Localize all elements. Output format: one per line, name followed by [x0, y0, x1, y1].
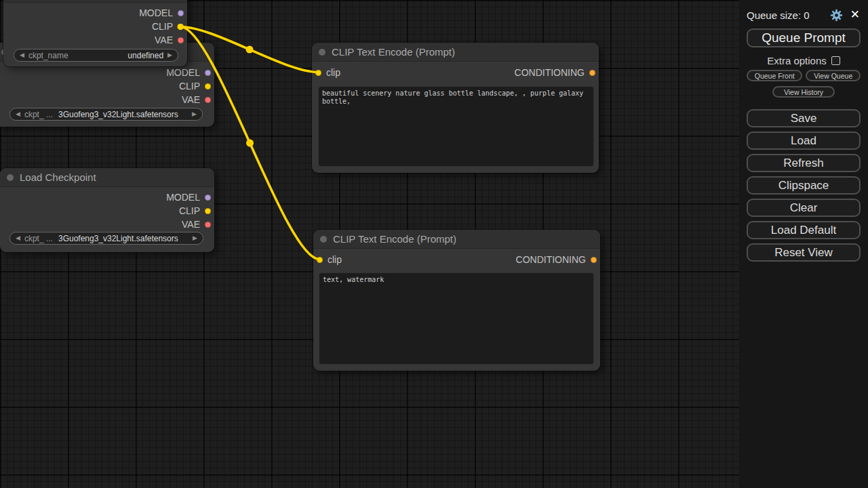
settings-gear-icon[interactable] — [830, 8, 844, 22]
node-clip-text-encode-negative[interactable]: CLIP Text Encode (Prompt) clip CONDITION… — [313, 230, 600, 371]
clipspace-button[interactable]: Clipspace — [747, 176, 861, 195]
node-load-checkpoint-partial[interactable]: MODEL CLIP VAE ◀ ckpt_name undefined ▶ — [3, 0, 187, 66]
clip-output-dot[interactable] — [205, 208, 211, 214]
extra-options-checkbox[interactable] — [831, 56, 840, 65]
ckpt-name-widget[interactable]: ◀ ckpt_ ... 3Guofeng3_v32Light.safetenso… — [9, 108, 203, 121]
widget-value: undefined — [73, 51, 163, 60]
vae-output-dot[interactable] — [178, 37, 184, 43]
output-slot-vae: VAE — [3, 33, 187, 47]
node-title: Load Checkpoint — [20, 171, 96, 183]
output-label: MODEL — [166, 192, 200, 203]
output-label: CONDITIONING — [515, 67, 585, 78]
model-output-dot[interactable] — [205, 195, 211, 201]
node-title-bar[interactable]: Load Checkpoint — [0, 168, 214, 187]
view-history-button[interactable]: View History — [772, 86, 835, 98]
queue-front-button[interactable]: Queue Front — [747, 70, 802, 81]
output-label: CLIP — [152, 21, 173, 32]
output-slot-model: MODEL — [0, 190, 214, 204]
ckpt-name-widget[interactable]: ◀ ckpt_name undefined ▶ — [14, 49, 178, 62]
slot-row: clip CONDITIONING — [312, 66, 599, 79]
conditioning-output-dot[interactable] — [589, 70, 595, 76]
view-queue-button[interactable]: View Queue — [806, 70, 861, 81]
vae-output-dot[interactable] — [205, 97, 211, 103]
vae-output-dot[interactable] — [205, 222, 211, 228]
model-output-dot[interactable] — [205, 70, 211, 76]
node-title-bar[interactable] — [3, 0, 187, 3]
ckpt-name-widget[interactable]: ◀ ckpt_ ... 3Guofeng3_v32Light.safetenso… — [9, 232, 203, 245]
node-status-dot — [7, 174, 14, 181]
load-button[interactable]: Load — [747, 131, 861, 150]
output-label: MODEL — [166, 67, 200, 78]
queue-prompt-button[interactable]: Queue Prompt — [747, 28, 861, 47]
node-title: CLIP Text Encode (Prompt) — [333, 233, 456, 245]
clear-button[interactable]: Clear — [747, 199, 861, 217]
extra-options-label: Extra options — [767, 55, 827, 66]
output-label: CLIP — [179, 81, 200, 92]
close-icon[interactable]: ✕ — [850, 8, 861, 22]
output-slot-vae: VAE — [0, 218, 214, 231]
output-slot-clip: CLIP — [0, 79, 214, 93]
prev-arrow-icon[interactable]: ◀ — [16, 232, 20, 245]
output-slot-vae: VAE — [0, 93, 214, 106]
queue-size-label: Queue size: 0 — [747, 9, 810, 21]
refresh-button[interactable]: Refresh — [747, 154, 861, 172]
output-label: VAE — [155, 35, 173, 45]
node-status-dot — [319, 49, 326, 56]
output-label: CONDITIONING — [516, 254, 586, 265]
node-title-bar[interactable]: CLIP Text Encode (Prompt) — [313, 230, 600, 249]
output-label: VAE — [182, 219, 200, 230]
node-clip-text-encode-positive[interactable]: CLIP Text Encode (Prompt) clip CONDITION… — [312, 43, 599, 173]
output-label: CLIP — [179, 205, 200, 216]
clip-input-dot[interactable] — [315, 70, 321, 76]
next-arrow-icon[interactable]: ▶ — [192, 108, 197, 121]
load-default-button[interactable]: Load Default — [747, 221, 861, 239]
input-label: clip — [328, 254, 342, 265]
input-label: clip — [326, 67, 340, 78]
output-slot-clip: CLIP — [0, 204, 214, 218]
clip-output-dot[interactable] — [205, 83, 211, 89]
node-title: CLIP Text Encode (Prompt) — [332, 46, 455, 58]
output-label: MODEL — [139, 7, 173, 18]
save-button[interactable]: Save — [747, 109, 861, 127]
clip-input-dot[interactable] — [317, 257, 323, 263]
reset-view-button[interactable]: Reset View — [747, 243, 861, 262]
prev-arrow-icon[interactable]: ◀ — [16, 108, 20, 121]
prompt-textarea[interactable]: text, watermark — [319, 272, 594, 365]
prev-arrow-icon[interactable]: ◀ — [20, 49, 24, 62]
node-title-bar[interactable]: CLIP Text Encode (Prompt) — [312, 43, 599, 62]
output-label: VAE — [182, 94, 200, 105]
conditioning-output-dot[interactable] — [591, 257, 597, 263]
slot-row: clip CONDITIONING — [313, 253, 600, 266]
node-load-checkpoint[interactable]: Load Checkpoint MODEL CLIP VAE ◀ ckpt_ .… — [0, 168, 214, 252]
widget-label: ckpt_name — [28, 51, 68, 60]
node-status-dot — [320, 236, 327, 243]
output-slot-model: MODEL — [3, 6, 187, 20]
comfy-menu: Queue size: 0 ✕ Queue Prompt — [739, 0, 868, 488]
output-slot-clip: CLIP — [3, 20, 187, 33]
widget-label: ckpt_ ... — [24, 234, 53, 243]
clip-output-dot[interactable] — [178, 24, 184, 30]
widget-value: 3Guofeng3_v32Light.safetensors — [57, 110, 188, 119]
next-arrow-icon[interactable]: ▶ — [193, 232, 197, 245]
prompt-textarea[interactable]: beautiful scenery nature glass bottle la… — [318, 86, 594, 167]
next-arrow-icon[interactable]: ▶ — [167, 49, 172, 62]
output-slot-model: MODEL — [0, 66, 214, 79]
widget-value: 3Guofeng3_v32Light.safetensors — [57, 234, 189, 243]
widget-label: ckpt_ ... — [24, 110, 53, 119]
model-output-dot[interactable] — [178, 10, 184, 16]
